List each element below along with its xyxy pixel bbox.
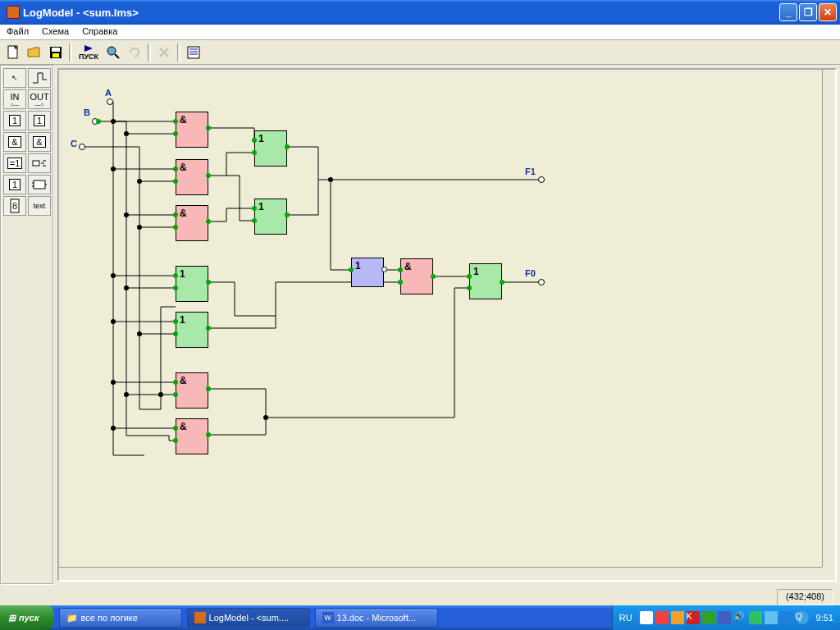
gate-and-6[interactable]: & <box>176 372 208 409</box>
label-input-b: B <box>84 107 90 117</box>
gate-or-top2[interactable]: 1 <box>254 199 287 235</box>
gate-not[interactable]: 1 <box>351 258 384 287</box>
tool-output[interactable]: OUT—○ <box>28 89 51 109</box>
gate-and-final[interactable]: & <box>400 258 433 294</box>
gate-and-7[interactable]: & <box>176 418 208 454</box>
app-icon <box>194 612 206 623</box>
start-button[interactable]: ⊞пуск <box>0 605 54 630</box>
tool-display[interactable]: 8 <box>3 196 26 216</box>
status-bar-coords: (432;408) <box>777 589 833 605</box>
label-output-f0: F0 <box>525 268 536 278</box>
tool-pointer[interactable]: ↖ <box>3 68 26 88</box>
tray-icon-10[interactable] <box>780 611 793 624</box>
tool-xor-gate[interactable]: =1 <box>3 153 26 173</box>
taskbar: ⊞пуск 📁все по логике LogModel - <sum....… <box>0 605 840 630</box>
tool-wire[interactable] <box>28 68 51 88</box>
tool-custom[interactable] <box>28 175 51 194</box>
gate-and-3[interactable]: & <box>176 205 208 241</box>
tray-icon-9[interactable] <box>765 611 778 624</box>
save-button[interactable] <box>46 43 66 62</box>
tray-icon-6[interactable] <box>718 611 731 624</box>
pin-input-a[interactable] <box>107 98 113 105</box>
pin-input-c[interactable] <box>79 144 85 150</box>
taskbar-item-3[interactable]: W13.doc - Microsoft... <box>315 608 438 628</box>
tool-and-gate[interactable]: & <box>3 132 26 152</box>
tool-or-gate[interactable]: 1 <box>3 111 26 130</box>
scrollbar-horizontal[interactable] <box>59 567 822 580</box>
app-icon <box>7 6 20 19</box>
tray-icon-11[interactable]: Q <box>796 611 809 624</box>
menu-schema[interactable]: Схема <box>35 25 75 39</box>
svg-line-5 <box>115 54 119 58</box>
maximize-button[interactable]: ❐ <box>799 3 817 21</box>
svg-rect-2 <box>52 48 60 52</box>
svg-rect-3 <box>52 53 59 57</box>
list-button[interactable] <box>184 43 203 62</box>
label-input-c: C <box>71 139 77 148</box>
gate-or-4[interactable]: 1 <box>176 266 208 302</box>
tool-not-gate[interactable]: 1 <box>3 175 26 194</box>
svg-rect-14 <box>34 180 45 189</box>
tool-or-gate-2[interactable]: 1 <box>28 111 51 130</box>
tool-palette: ↖ IN○— OUT—○ 1 1 & & =1 1 8 text <box>0 65 54 585</box>
scrollbar-vertical[interactable] <box>822 70 835 567</box>
tool-buffer[interactable] <box>28 153 51 173</box>
title-bar: LogModel - <sum.lms> _ ❐ ✕ <box>0 0 840 25</box>
tool-and-gate-2[interactable]: & <box>28 132 51 152</box>
schematic-canvas[interactable]: A B C F1 F0 & & & 1 1 & & 1 1 1 <box>62 73 822 567</box>
tray-icon-8[interactable] <box>749 611 762 624</box>
minimize-button[interactable]: _ <box>779 3 797 21</box>
run-button[interactable]: ПУСК <box>75 43 102 62</box>
gate-or-final[interactable]: 1 <box>469 263 502 299</box>
svg-rect-10 <box>33 161 39 166</box>
folder-icon: 📁 <box>66 613 78 623</box>
word-icon: W <box>322 612 334 623</box>
tray-icon-4[interactable]: K <box>687 611 700 624</box>
svg-text:8: 8 <box>12 201 17 211</box>
window-title: LogModel - <sum.lms> <box>23 7 778 19</box>
label-output-f1: F1 <box>525 167 536 176</box>
main-toolbar: ПУСК <box>0 40 840 65</box>
close-button[interactable]: ✕ <box>819 3 837 21</box>
canvas-container: A B C F1 F0 & & & 1 1 & & 1 1 1 <box>57 68 837 582</box>
system-tray[interactable]: RU K 🔊 Q 9:51 <box>612 605 840 630</box>
tray-icon-7[interactable]: 🔊 <box>733 611 746 624</box>
taskbar-item-2[interactable]: LogModel - <sum.... <box>187 608 310 628</box>
tray-icon-1[interactable] <box>640 611 653 624</box>
tool-text[interactable]: text <box>28 196 51 216</box>
zoom-button[interactable] <box>103 43 123 62</box>
not-bubble <box>381 267 387 272</box>
menu-help[interactable]: Справка <box>75 25 124 39</box>
gate-or-5[interactable]: 1 <box>176 312 208 348</box>
pin-output-f0[interactable] <box>538 279 545 285</box>
menu-file[interactable]: Файл <box>0 25 35 39</box>
menu-bar: Файл Схема Справка <box>0 25 840 40</box>
label-input-a: A <box>105 88 112 98</box>
tray-lang[interactable]: RU <box>619 613 632 623</box>
tray-icon-5[interactable] <box>702 611 715 624</box>
gate-or-top1[interactable]: 1 <box>254 130 287 167</box>
tray-clock[interactable]: 9:51 <box>816 613 833 623</box>
gate-and-2[interactable]: & <box>176 159 208 195</box>
gate-and-1[interactable]: & <box>176 112 208 148</box>
refresh-button[interactable] <box>125 43 144 62</box>
tray-icon-2[interactable] <box>655 611 669 624</box>
tray-icon-3[interactable] <box>671 611 684 624</box>
taskbar-item-1[interactable]: 📁все по логике <box>59 608 182 628</box>
open-button[interactable] <box>25 43 44 62</box>
tool-input[interactable]: IN○— <box>3 89 26 109</box>
cut-button[interactable] <box>154 43 174 62</box>
svg-rect-6 <box>188 47 199 58</box>
pin-output-f1[interactable] <box>538 176 545 183</box>
new-button[interactable] <box>3 43 23 62</box>
svg-point-4 <box>107 47 116 55</box>
